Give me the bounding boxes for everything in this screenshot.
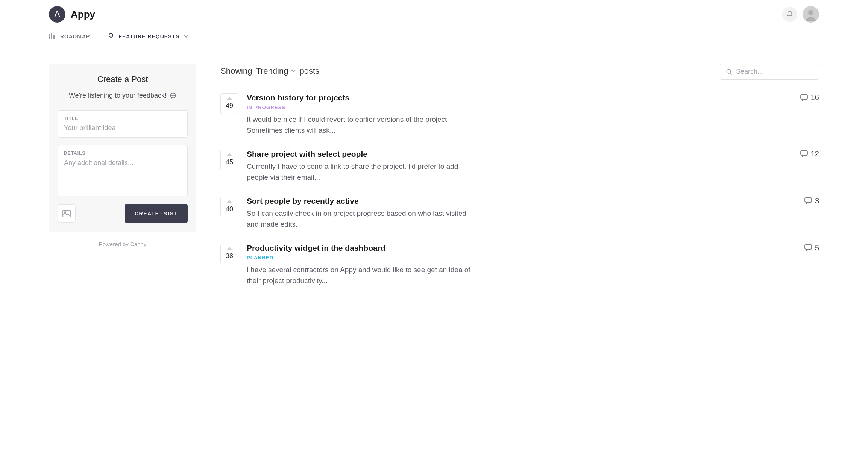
svg-rect-15: [805, 198, 812, 202]
details-field: DETAILS: [58, 145, 188, 196]
create-post-button[interactable]: CREATE POST: [125, 204, 188, 223]
logo-icon: A: [49, 6, 65, 23]
comments-count[interactable]: 3: [804, 197, 819, 205]
nav-feature-requests[interactable]: FEATURE REQUESTS: [108, 33, 188, 40]
logo-area[interactable]: A Appy: [49, 6, 95, 23]
upvote-icon: [227, 247, 232, 250]
vote-button[interactable]: 40: [220, 197, 238, 217]
bell-icon: [786, 11, 793, 18]
nav-roadmap[interactable]: ROADMAP: [49, 33, 90, 39]
vote-count: 38: [226, 252, 233, 260]
vote-count: 45: [226, 158, 233, 166]
comments-number: 12: [811, 150, 819, 158]
search-input[interactable]: [736, 68, 813, 76]
post-description: I have several contractors on Appy and w…: [247, 264, 480, 286]
chevron-down-icon: [184, 35, 188, 38]
title-input[interactable]: [64, 124, 181, 132]
post-body: Version history for projectsIN PROGRESS1…: [247, 93, 819, 136]
image-icon: [62, 210, 71, 217]
upvote-icon: [227, 97, 232, 100]
post-body: Share project with select people12Curren…: [247, 150, 819, 183]
post-item: 38Productivity widget in the dashboardPL…: [220, 244, 819, 286]
chevron-down-icon: [291, 70, 296, 73]
comment-icon: [800, 94, 808, 101]
post-body: Productivity widget in the dashboardPLAN…: [247, 244, 819, 286]
post-description: So I can easily check in on project prog…: [247, 208, 480, 230]
lightbulb-icon: [108, 33, 114, 40]
post-description: It would be nice if I could revert to ea…: [247, 114, 480, 136]
svg-rect-13: [801, 95, 807, 99]
search-icon: [726, 68, 732, 75]
post-description: Currently I have to send a link to share…: [247, 161, 480, 183]
vote-count: 49: [226, 102, 233, 110]
svg-rect-2: [49, 34, 50, 39]
avatar-placeholder-icon: [803, 6, 819, 23]
create-post-subtitle: We're listening to your feedback!: [58, 92, 188, 100]
svg-point-12: [727, 69, 731, 73]
vote-count: 40: [226, 205, 233, 213]
post-body: Sort people by recently active3So I can …: [247, 197, 819, 230]
sort-dropdown[interactable]: Trending: [256, 66, 296, 77]
user-avatar[interactable]: [803, 6, 819, 23]
svg-point-8: [173, 95, 173, 95]
post-item: 49Version history for projectsIN PROGRES…: [220, 93, 819, 136]
comment-icon: [804, 197, 812, 204]
post-title[interactable]: Share project with select people: [247, 150, 367, 159]
powered-by[interactable]: Powered by Canny: [49, 241, 196, 247]
create-post-panel: Create a Post We're listening to your fe…: [49, 64, 196, 232]
post-status: IN PROGRESS: [247, 105, 349, 110]
showing-label: Showing: [220, 66, 252, 76]
svg-rect-14: [801, 151, 807, 155]
comments-count[interactable]: 5: [804, 244, 819, 252]
svg-rect-16: [805, 245, 812, 249]
upvote-icon: [227, 153, 232, 156]
notifications-button[interactable]: [782, 7, 797, 22]
vote-button[interactable]: 49: [220, 93, 238, 114]
comments-count[interactable]: 16: [800, 93, 819, 102]
comments-count[interactable]: 12: [800, 150, 819, 158]
svg-point-5: [109, 33, 113, 37]
title-field: TITLE: [58, 110, 188, 138]
details-label: DETAILS: [64, 151, 181, 156]
create-post-title: Create a Post: [58, 74, 188, 84]
svg-rect-3: [51, 33, 52, 39]
nav-feature-requests-label: FEATURE REQUESTS: [118, 33, 179, 39]
comment-icon: [804, 244, 812, 251]
filter-bar: Showing Trending posts: [220, 66, 319, 77]
roadmap-icon: [49, 33, 56, 39]
comments-number: 3: [815, 197, 819, 205]
svg-point-9: [174, 95, 174, 95]
post-title[interactable]: Productivity widget in the dashboard: [247, 244, 385, 253]
svg-point-1: [808, 10, 813, 15]
post-item: 40Sort people by recently active3So I ca…: [220, 197, 819, 230]
sort-selected: Trending: [256, 66, 288, 76]
svg-rect-10: [63, 210, 70, 217]
post-title[interactable]: Sort people by recently active: [247, 197, 359, 206]
svg-point-7: [172, 95, 172, 95]
details-input[interactable]: [64, 159, 181, 189]
nav-roadmap-label: ROADMAP: [60, 33, 90, 39]
post-status: PLANNED: [247, 255, 385, 261]
comments-number: 16: [811, 93, 819, 102]
vote-button[interactable]: 45: [220, 150, 238, 170]
post-item: 45Share project with select people12Curr…: [220, 150, 819, 183]
speech-bubble-icon: [170, 92, 176, 99]
search-box[interactable]: [720, 64, 819, 80]
attach-image-button[interactable]: [58, 204, 76, 223]
svg-rect-4: [53, 35, 55, 39]
posts-label: posts: [299, 66, 319, 76]
post-title[interactable]: Version history for projects: [247, 93, 349, 102]
title-label: TITLE: [64, 116, 181, 121]
comment-icon: [800, 150, 808, 157]
logo-letter: A: [54, 9, 60, 20]
vote-button[interactable]: 38: [220, 244, 238, 264]
upvote-icon: [227, 200, 232, 203]
app-name: Appy: [71, 9, 95, 20]
comments-number: 5: [815, 244, 819, 252]
